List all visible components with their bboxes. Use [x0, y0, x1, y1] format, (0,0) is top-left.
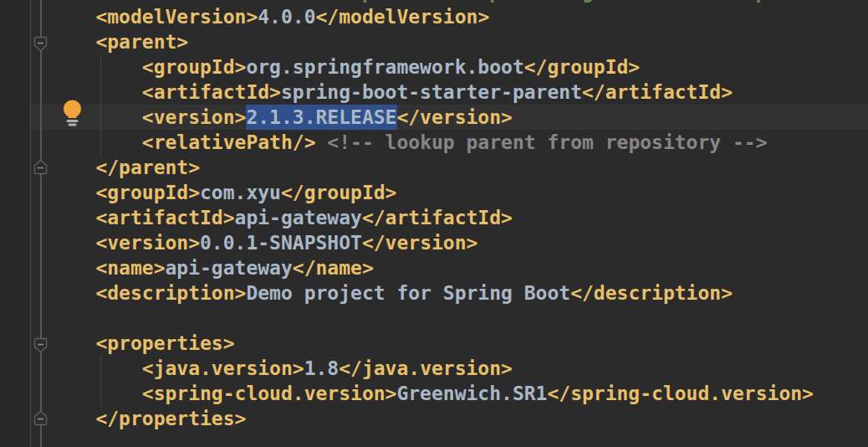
code-line-properties-close[interactable]: </properties> [49, 406, 868, 431]
code-segment [49, 357, 142, 379]
code-segment: com.xyu [200, 182, 281, 203]
code-segment: 4.0.0 [258, 6, 315, 28]
code-line-name[interactable]: <name>api-gateway</name> [49, 255, 868, 280]
code-segment [49, 332, 95, 354]
code-segment: <java.version> [142, 357, 304, 379]
code-segment: <artifactId> [142, 81, 281, 103]
code-segment: </modelVersion> [316, 6, 490, 28]
code-segment: </version> [362, 232, 477, 254]
code-line-blank[interactable] [49, 431, 868, 447]
code-segment: </artifactId> [362, 207, 513, 229]
code-line-parent-groupid[interactable]: <groupId>org.springframework.boot</group… [49, 54, 868, 80]
code-segment: <!-- lookup parent from repository --> [327, 131, 767, 153]
code-line-artifactid[interactable]: <artifactId>api-gateway</artifactId> [49, 205, 868, 230]
code-line-relativepath[interactable]: <relativePath/> <!-- lookup parent from … [49, 130, 868, 155]
code-segment: <parent> [95, 31, 188, 53]
code-segment: <spring-cloud.version> [142, 383, 397, 404]
code-segment: </java.version> [339, 357, 513, 379]
code-segment: Greenwich.SR1 [396, 383, 547, 404]
code-line-parent-close[interactable]: </parent> [49, 155, 868, 180]
code-segment: spring-boot-starter-parent [281, 81, 582, 103]
code-segment [49, 182, 95, 203]
code-segment: <name> [95, 257, 165, 279]
code-segment: Demo project for Spring Boot [246, 282, 570, 304]
code-segment: <properties> [95, 332, 234, 354]
fold-collapse-marker-properties-end[interactable] [33, 410, 48, 426]
code-lines-container[interactable]: xsi:schemaLocation="http://maven.apache.… [49, 0, 868, 447]
fold-collapse-marker-parent-end[interactable] [33, 159, 48, 175]
code-line-version[interactable]: <version>0.0.1-SNAPSHOT</version> [49, 230, 868, 255]
fold-region-line[interactable] [40, 0, 42, 447]
code-line-modelversion[interactable]: <modelVersion>4.0.0</modelVersion> [49, 4, 868, 29]
code-segment: <groupId> [95, 182, 200, 203]
code-segment: </version> [396, 106, 512, 128]
code-segment: </groupId> [281, 182, 396, 203]
code-line-parent-artifactid[interactable]: <artifactId>spring-boot-starter-parent</… [49, 80, 868, 105]
code-segment: org.springframework.boot [246, 56, 523, 78]
code-line-parent-open[interactable]: <parent> [49, 29, 868, 54]
code-segment: <version> [95, 232, 200, 254]
code-segment: <artifactId> [95, 207, 234, 229]
code-segment [49, 6, 95, 28]
code-segment [49, 56, 142, 78]
code-line-properties-open[interactable]: <properties> [49, 331, 868, 356]
code-line-description[interactable]: <description>Demo project for Spring Boo… [49, 280, 868, 306]
code-segment: api-gateway [235, 207, 362, 229]
fold-collapse-marker-properties[interactable] [33, 337, 48, 353]
code-segment: 2.1.3.RELEASE [246, 106, 396, 128]
code-segment: </parent> [95, 157, 200, 178]
code-segment [49, 383, 142, 404]
code-segment: <version> [142, 106, 247, 128]
code-editor[interactable]: xsi:schemaLocation="http://maven.apache.… [0, 0, 868, 447]
code-segment: 0.0.1-SNAPSHOT [200, 232, 362, 254]
code-line-spring-cloud-version[interactable]: <spring-cloud.version>Greenwich.SR1</spr… [49, 381, 868, 406]
code-segment: <modelVersion> [95, 6, 258, 28]
code-segment: xsi:schemaLocation="http://maven.apache.… [95, 0, 868, 3]
code-segment: <groupId> [142, 56, 247, 78]
code-segment: </groupId> [524, 56, 640, 78]
code-segment [49, 106, 142, 128]
code-segment: <description> [95, 282, 246, 304]
code-segment [49, 207, 95, 229]
code-line-parent-version[interactable]: <version>2.1.3.RELEASE</version> [49, 105, 868, 130]
code-segment [49, 0, 95, 3]
code-segment: </description> [570, 282, 733, 304]
code-line-java-version[interactable]: <java.version>1.8</java.version> [49, 356, 868, 381]
code-segment: </properties> [95, 408, 246, 429]
code-segment [49, 408, 95, 429]
gutter-left-strip [0, 0, 31, 447]
code-segment [49, 81, 142, 103]
code-segment: </name> [293, 257, 374, 279]
code-segment: api-gateway [165, 257, 292, 279]
code-segment [49, 131, 142, 153]
code-segment [49, 232, 95, 254]
code-segment [49, 157, 95, 178]
code-segment: 1.8 [304, 357, 340, 379]
code-segment: </artifactId> [582, 81, 733, 103]
code-segment: </spring-cloud.version> [547, 383, 814, 404]
code-segment [49, 282, 95, 304]
code-line-groupid[interactable]: <groupId>com.xyu</groupId> [49, 180, 868, 205]
code-segment: <relativePath/> [142, 131, 316, 153]
code-line-blank[interactable] [49, 306, 868, 331]
code-segment [316, 131, 328, 153]
fold-collapse-marker-parent[interactable] [33, 36, 48, 52]
code-segment [49, 257, 95, 279]
code-segment [49, 31, 95, 53]
